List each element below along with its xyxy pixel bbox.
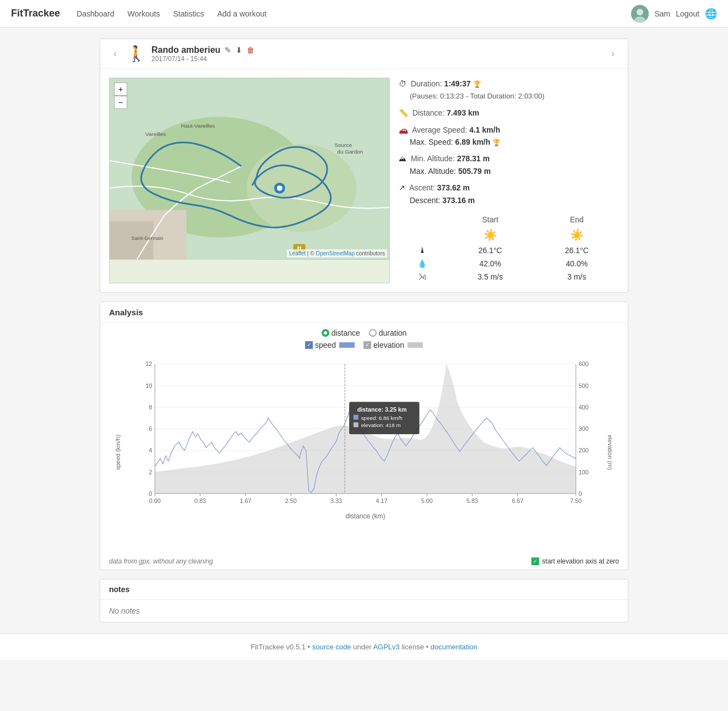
svg-text:2: 2: [149, 468, 152, 475]
footer-version: v0.5.1: [286, 643, 306, 651]
map-attribution: Leaflet | © OpenStreetMap contributors: [287, 249, 387, 258]
notes-title: notes: [100, 579, 628, 600]
thermometer-icon: 🌡: [419, 246, 426, 255]
humidity-icon: 💧: [417, 259, 427, 268]
nav-dashboard[interactable]: Dashboard: [71, 6, 120, 21]
ascent-value: 373.62 m: [437, 183, 470, 192]
svg-text:5.00: 5.00: [421, 497, 433, 504]
svg-text:100: 100: [579, 468, 589, 475]
svg-text:1.67: 1.67: [240, 497, 251, 504]
svg-text:4: 4: [149, 447, 152, 453]
svg-point-9: [277, 185, 282, 191]
map-zoom-out[interactable]: −: [114, 96, 127, 109]
map-zoom-controls: + −: [114, 83, 127, 109]
user-avatar: [631, 5, 649, 23]
map-zoom-in[interactable]: +: [114, 83, 127, 96]
svg-text:Source: Source: [334, 142, 352, 148]
duration-radio-label: duration: [379, 329, 407, 337]
weather-end-wind: 3 m/s: [535, 270, 619, 283]
next-workout-button[interactable]: ›: [607, 46, 619, 62]
workout-sport-icon: 🚶: [127, 45, 146, 63]
svg-text:7.50: 7.50: [570, 497, 582, 504]
duration-radio[interactable]: duration: [369, 329, 407, 337]
nav-workouts[interactable]: Workouts: [122, 6, 166, 21]
duration-trophy-icon: 🏆: [473, 80, 481, 88]
brand-link[interactable]: FitTrackee: [11, 8, 60, 19]
svg-text:Haut-Vareilles: Haut-Vareilles: [181, 123, 215, 129]
nav-add-workout[interactable]: Add a workout: [211, 6, 272, 21]
min-alt-label: Min. Altitude:: [411, 154, 455, 163]
max-speed-label: Max. Speed:: [410, 138, 453, 146]
chart-controls: distance duration ✓ speed ✓ elevation: [100, 323, 628, 352]
max-alt-value: 505.79 m: [458, 167, 491, 176]
workout-map[interactable]: H Vareilles Haut-Vareilles Source du Gar…: [109, 78, 390, 283]
max-alt-label: Max. Altitude:: [410, 167, 456, 176]
footer-brand: FitTrackee: [251, 643, 284, 651]
weather-end-temp: 26.1°C: [535, 244, 619, 257]
svg-text:10: 10: [145, 382, 152, 389]
svg-text:3.33: 3.33: [330, 497, 342, 504]
analysis-chart: 12 10 8 6 4 2 0 600 500 400 300 200 100 …: [133, 357, 597, 511]
weather-end-humidity: 40.0%: [535, 257, 619, 270]
svg-text:8: 8: [149, 404, 152, 411]
svg-text:300: 300: [579, 425, 589, 432]
speed-checkbox[interactable]: ✓ speed: [305, 341, 355, 349]
footer-license-word: license: [401, 643, 423, 651]
download-icon[interactable]: ⬇: [236, 46, 242, 54]
speed-checkbox-box: ✓: [305, 341, 313, 349]
site-footer: FitTrackee v0.5.1 • source code under AG…: [0, 633, 728, 660]
weather-start-humidity: 42.0%: [446, 257, 535, 270]
nav-statistics[interactable]: Statistics: [167, 6, 209, 21]
ascent-label: Ascent:: [409, 183, 435, 192]
svg-text:600: 600: [579, 360, 589, 367]
svg-rect-68: [354, 422, 358, 427]
weather-end-icon: ☀️: [570, 229, 584, 241]
footer-docs-link[interactable]: documentation: [431, 643, 477, 651]
svg-text:0.83: 0.83: [194, 497, 206, 504]
wind-icon: 🌬: [419, 272, 426, 281]
distance-radio[interactable]: distance: [322, 329, 360, 337]
svg-rect-66: [354, 415, 358, 420]
svg-text:0.00: 0.00: [149, 497, 161, 504]
speed-checkbox-label: speed: [315, 341, 336, 349]
prev-workout-button[interactable]: ‹: [109, 46, 121, 62]
descent-value: 373.16 m: [442, 196, 475, 205]
footer-license-link[interactable]: AGPLv3: [373, 643, 399, 651]
duration-label: Duration:: [411, 79, 442, 88]
svg-text:5.83: 5.83: [466, 497, 478, 504]
svg-text:0: 0: [579, 490, 582, 497]
delete-icon[interactable]: 🗑: [247, 46, 254, 54]
svg-text:500: 500: [579, 382, 589, 389]
svg-text:distance: 3.25 km: distance: 3.25 km: [357, 406, 407, 413]
weather-end-header: End: [535, 213, 619, 226]
elevation-checkbox-label: elevation: [373, 341, 404, 349]
avg-speed-label: Average Speed:: [412, 125, 467, 134]
notes-card: notes No notes: [100, 579, 628, 622]
edit-icon[interactable]: ✎: [225, 46, 231, 54]
weather-table: Start End ☀️ ☀️ 🌡 26.1°C 2: [399, 213, 619, 283]
data-note-row: data from gpx, without any cleaning ✓ st…: [100, 553, 628, 570]
footer-bullet-1: •: [308, 643, 312, 651]
svg-point-1: [637, 9, 643, 15]
weather-start-icon: ☀️: [483, 229, 497, 241]
elevation-color-swatch: [408, 342, 423, 348]
elevation-checkbox[interactable]: ✓ elevation: [363, 341, 423, 349]
analysis-title: Analysis: [100, 302, 628, 323]
workout-card: ‹ 🚶 Rando amberieu ✎ ⬇ 🗑 2017/07/14 - 15…: [100, 39, 628, 293]
elevation-zero-check: ✓: [531, 557, 539, 565]
elevation-checkbox-box: ✓: [363, 341, 371, 349]
svg-text:4.17: 4.17: [376, 497, 387, 504]
distance-label: Distance:: [412, 108, 444, 117]
svg-text:6: 6: [149, 425, 152, 432]
weather-start-header: Start: [446, 213, 535, 226]
weather-start-temp: 26.1°C: [446, 244, 535, 257]
notes-body: No notes: [100, 600, 628, 622]
distance-radio-label: distance: [332, 329, 360, 337]
speed-color-swatch: [339, 342, 355, 348]
osm-link[interactable]: OpenStreetMap: [316, 250, 355, 256]
leaflet-link[interactable]: Leaflet: [289, 250, 306, 256]
language-icon[interactable]: 🌐: [705, 8, 717, 20]
footer-source-link[interactable]: source code: [312, 643, 351, 651]
nav-logout[interactable]: Logout: [676, 9, 699, 18]
elevation-zero-checkbox[interactable]: ✓ start elevation axis at zero: [531, 557, 619, 565]
